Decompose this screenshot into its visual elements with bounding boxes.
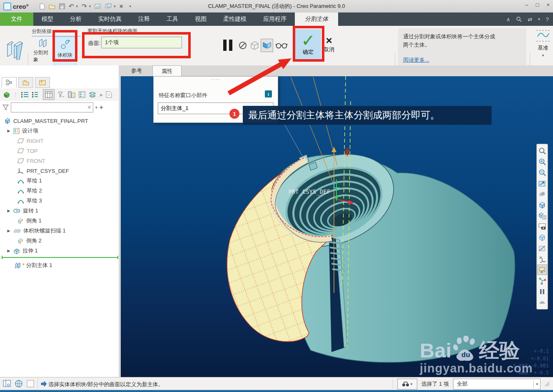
- windows-icon[interactable]: [105, 3, 112, 9]
- tree-item-front-plane[interactable]: FRONT: [17, 156, 45, 166]
- help-icon[interactable]: ?: [546, 16, 549, 22]
- layers-icon[interactable]: [89, 92, 96, 97]
- tree-root[interactable]: CLAMP_MASTER_FINAL.PRT: [4, 116, 88, 126]
- find-tool[interactable]: ▾: [397, 379, 417, 390]
- section-icon[interactable]: [537, 243, 547, 253]
- toggle-tree-icon[interactable]: [2, 379, 12, 388]
- close-window-tool-icon[interactable]: ×: [120, 1, 123, 11]
- tree-item-sketch-2[interactable]: 草绘 2: [17, 186, 42, 196]
- datum-group[interactable]: 基准 ▾: [534, 29, 552, 57]
- datum-plane-icon: [17, 138, 24, 143]
- part-filter-icon[interactable]: [3, 91, 10, 98]
- split-object-button[interactable]: 分割对象: [33, 37, 53, 63]
- filter-funnel-icon: [2, 105, 9, 110]
- search-icon[interactable]: [516, 16, 522, 22]
- browser-globe-icon[interactable]: [14, 379, 23, 388]
- maximize-button[interactable]: □: [536, 2, 539, 8]
- tab-flexible-modeling[interactable]: 柔性建模: [215, 12, 255, 26]
- clear-search-icon[interactable]: ×: [86, 104, 93, 111]
- tree-item-helical-sweep-1[interactable]: ▶ 体积块螺旋扫描 1: [7, 226, 66, 236]
- pause-display-icon[interactable]: [537, 286, 547, 297]
- tab-analysis[interactable]: 分析: [62, 12, 90, 26]
- open-file-icon[interactable]: [49, 3, 55, 9]
- save-icon[interactable]: [59, 3, 65, 9]
- status-message: 选择实体体积块/部分中的曲面以定义为新主体。: [48, 381, 164, 388]
- tabbar-dropdown-icon[interactable]: ▾: [538, 17, 540, 21]
- csys-display-icon[interactable]: [537, 275, 547, 286]
- read-more-link[interactable]: 阅读更多...: [403, 56, 521, 64]
- toolbar-overflow-icon[interactable]: »: [100, 92, 102, 98]
- tab-annotate[interactable]: 注释: [130, 12, 158, 26]
- favorites-tab[interactable]: *: [35, 77, 50, 88]
- insert-here-line[interactable]: [2, 257, 118, 258]
- windows-dropdown-icon[interactable]: ▾: [114, 4, 116, 8]
- tree-item-csys[interactable]: PRT_CSYS_DEF: [17, 166, 69, 176]
- datum-display-icon[interactable]: [537, 254, 547, 264]
- tree-layout-icon[interactable]: [68, 91, 75, 98]
- list-display-icon[interactable]: [79, 91, 85, 98]
- add-filter-icon[interactable]: +: [100, 104, 103, 111]
- view-manager-icon[interactable]: [537, 210, 547, 221]
- tree-item-revolve-1[interactable]: ▶ 旋转 1: [7, 206, 38, 216]
- tree-filter-icon[interactable]: [58, 91, 65, 98]
- toolbar-dots-icon: ⋮: [13, 92, 18, 97]
- undo-icon[interactable]: ↶: [69, 1, 74, 11]
- zoom-in-icon[interactable]: [537, 156, 547, 167]
- qat-customize-icon[interactable]: ▾: [130, 4, 132, 8]
- display-style-icon[interactable]: [537, 265, 547, 275]
- tree-item-sketch-3[interactable]: 草绘 3: [17, 196, 42, 206]
- transparent-body-icon[interactable]: [537, 232, 547, 242]
- datum-dropdown-icon[interactable]: ▾: [542, 53, 544, 57]
- resize-grip[interactable]: [545, 382, 550, 387]
- tree-item-design-items[interactable]: ▶ 设计项: [7, 126, 38, 136]
- regenerate-icon[interactable]: [95, 3, 101, 10]
- tree-item-right-plane[interactable]: RIGHT: [17, 136, 43, 146]
- minimize-ribbon-icon[interactable]: ∧: [506, 16, 511, 22]
- tree-item-split-body-1[interactable]: * 分割主体 1: [14, 260, 52, 270]
- tree-search-box[interactable]: ×: [11, 102, 93, 112]
- folder-browser-tab[interactable]: [18, 77, 33, 88]
- capture-icon[interactable]: [537, 221, 547, 232]
- selection-filter-combo[interactable]: 全部 ▾: [453, 379, 541, 390]
- tab-split-body[interactable]: 分割主体: [295, 12, 338, 26]
- tab-file[interactable]: 文件: [0, 12, 33, 26]
- model-tree-tab[interactable]: [2, 77, 17, 88]
- sync-icon[interactable]: ⇄: [528, 16, 532, 22]
- zoom-out-icon[interactable]: [537, 167, 547, 177]
- navigator-tabs: *: [2, 77, 50, 88]
- search-dropdown-icon[interactable]: ▾: [95, 105, 97, 110]
- minimize-button[interactable]: –: [525, 2, 528, 8]
- tab-tools[interactable]: 工具: [158, 12, 187, 26]
- expander-icon[interactable]: ▶: [7, 229, 11, 233]
- tree-item-sketch-1[interactable]: 草绘 1: [17, 176, 42, 186]
- tab-references[interactable]: 参考: [123, 65, 150, 76]
- redo-icon[interactable]: ↷: [82, 1, 87, 11]
- tree-search-input[interactable]: [11, 103, 86, 112]
- tab-applications[interactable]: 应用程序: [255, 12, 295, 26]
- reorient-icon[interactable]: [537, 178, 547, 188]
- shade-icon[interactable]: [537, 189, 547, 199]
- tree-item-chamfer-1[interactable]: 倒角 1: [17, 216, 42, 226]
- tree-item-chamfer-2[interactable]: 倒角 2: [17, 236, 42, 246]
- tab-properties[interactable]: 属性: [152, 65, 182, 77]
- tree-item-extrude-1[interactable]: ▶ 拉伸 1: [7, 246, 38, 256]
- partial-icon[interactable]: [537, 297, 547, 307]
- collapse-all-icon[interactable]: [32, 91, 40, 98]
- tab-view[interactable]: 视图: [187, 12, 215, 26]
- redo-dropdown-icon[interactable]: ▾: [89, 4, 91, 8]
- blank-square-icon[interactable]: [26, 379, 35, 388]
- expander-icon[interactable]: ▶: [7, 129, 11, 133]
- expander-icon[interactable]: ▶: [7, 249, 11, 253]
- tab-live-simulation[interactable]: 实时仿真: [90, 12, 130, 26]
- expand-all-icon[interactable]: [21, 91, 29, 98]
- zoom-fit-icon[interactable]: [537, 145, 547, 156]
- tree-columns-toggle[interactable]: [43, 89, 55, 100]
- new-file-icon[interactable]: [40, 3, 45, 10]
- close-button[interactable]: ×: [546, 2, 550, 8]
- undo-dropdown-icon[interactable]: ▾: [76, 4, 78, 8]
- saved-views-icon[interactable]: [537, 200, 547, 210]
- tab-model[interactable]: 模型: [33, 12, 62, 26]
- settings-doc-icon[interactable]: [106, 91, 112, 98]
- expander-icon[interactable]: ▶: [7, 209, 11, 213]
- tree-item-top-plane[interactable]: TOP: [17, 146, 38, 156]
